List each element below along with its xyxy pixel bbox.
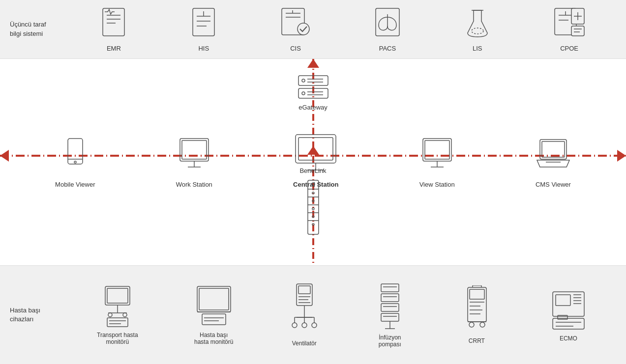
svg-rect-35 (68, 139, 83, 164)
svg-rect-114 (556, 295, 570, 306)
svg-point-13 (298, 23, 309, 35)
lis-label: LIS (473, 45, 482, 52)
svg-point-61 (312, 200, 314, 202)
svg-rect-31 (298, 88, 328, 98)
svg-rect-122 (558, 315, 567, 319)
svg-rect-43 (298, 138, 333, 160)
svg-rect-38 (180, 139, 209, 161)
egateway-label: eGateway (298, 104, 328, 111)
svg-point-69 (108, 313, 112, 317)
svg-rect-75 (199, 288, 229, 310)
infusion-icon (375, 282, 405, 331)
ecmo-label: ECMO (560, 335, 577, 342)
pacs-label: PACS (379, 45, 396, 52)
svg-rect-66 (107, 288, 128, 303)
top-label: Üçüncü tarafbilgi sistemi (10, 20, 69, 38)
svg-rect-50 (540, 140, 566, 159)
svg-point-111 (469, 322, 474, 327)
bottom-icons-container: Transport hastamonitörü Hasta başıhasta … (69, 282, 616, 348)
lis-item: LIS (463, 6, 492, 52)
bedside-item: Hasta başıhasta monitörü (194, 284, 234, 345)
egateway-icon (294, 74, 333, 101)
svg-rect-53 (308, 180, 319, 234)
svg-rect-119 (553, 318, 584, 329)
cis-item: CIS (279, 6, 312, 52)
svg-rect-104 (468, 287, 486, 322)
bottom-section: Hasta başıcihazları Transport hastamonit… (0, 265, 626, 364)
svg-rect-47 (425, 140, 449, 159)
svg-point-64 (312, 224, 314, 225)
emr-icon (99, 6, 128, 42)
svg-rect-98 (381, 304, 399, 311)
svg-rect-76 (202, 314, 226, 325)
crrt-item: CRRT (461, 285, 493, 344)
pacs-item: PACS (373, 6, 402, 52)
top-section: Üçüncü tarafbilgi sistemi EMR H (0, 0, 626, 59)
ecmo-icon (549, 288, 588, 332)
pacs-icon (373, 6, 402, 42)
svg-rect-0 (103, 8, 124, 36)
svg-rect-24 (571, 26, 584, 36)
cpoe-item: CPOE (553, 6, 586, 52)
bedside-icon (194, 284, 234, 329)
benelink-label: BeneLink (299, 167, 326, 174)
svg-rect-81 (298, 286, 310, 294)
mobile-viewer-icon (63, 137, 88, 176)
top-icons-container: EMR HIS CIS (69, 6, 616, 52)
svg-rect-39 (182, 140, 207, 159)
his-icon (189, 6, 218, 42)
emr-label: EMR (107, 45, 121, 52)
svg-rect-100 (381, 313, 399, 321)
svg-point-59 (312, 183, 315, 186)
svg-rect-46 (423, 139, 451, 161)
crrt-icon (461, 285, 493, 335)
svg-rect-96 (381, 294, 399, 302)
svg-point-60 (312, 192, 314, 194)
cpoe-icon (553, 6, 586, 42)
view-station-device: View Station (419, 137, 455, 188)
ventilator-item: Ventilatör (290, 283, 319, 347)
bedside-label: Hasta başıhasta monitörü (194, 332, 233, 345)
arrow-up-top (307, 59, 319, 68)
svg-rect-113 (553, 292, 584, 316)
transport-label: Transport hastamonitörü (97, 332, 138, 345)
infusion-item: İnfüzyonpompası (375, 282, 405, 348)
svg-point-89 (292, 323, 297, 328)
svg-rect-71 (107, 318, 128, 327)
egateway-container: eGateway (294, 74, 333, 111)
transport-item: Transport hastamonitörü (97, 284, 138, 345)
lis-icon (463, 6, 492, 42)
svg-rect-65 (105, 286, 130, 305)
svg-rect-74 (197, 286, 231, 312)
benelink-icon (301, 179, 326, 238)
cis-icon (279, 6, 312, 42)
view-station-label: View Station (419, 181, 455, 188)
mobile-viewer-label: Mobile Viewer (55, 181, 95, 188)
cpoe-label: CPOE (560, 45, 578, 52)
cms-viewer-icon (536, 137, 570, 176)
svg-point-32 (302, 92, 305, 95)
svg-rect-105 (470, 289, 484, 299)
crrt-label: CRRT (469, 337, 485, 344)
arrow-right (617, 150, 626, 162)
svg-point-37 (74, 161, 76, 163)
work-station-label: Work Station (176, 181, 212, 188)
transport-icon (100, 284, 135, 329)
cis-label: CIS (290, 45, 301, 52)
middle-section: eGateway Mobile Viewer Work Station (0, 59, 626, 265)
cms-viewer-device: CMS Viewer (536, 137, 571, 188)
svg-rect-42 (296, 135, 336, 163)
his-item: HIS (189, 6, 218, 52)
svg-point-63 (312, 216, 314, 218)
svg-rect-94 (381, 284, 399, 292)
mobile-viewer-device: Mobile Viewer (55, 137, 95, 188)
svg-point-28 (302, 79, 305, 82)
view-station-icon (420, 137, 454, 176)
ecmo-item: ECMO (549, 288, 588, 342)
svg-point-90 (312, 323, 317, 328)
svg-point-112 (480, 322, 485, 327)
work-station-icon (177, 137, 211, 176)
ventilator-label: Ventilatör (292, 340, 317, 347)
svg-point-70 (123, 313, 127, 317)
svg-rect-51 (542, 141, 565, 157)
